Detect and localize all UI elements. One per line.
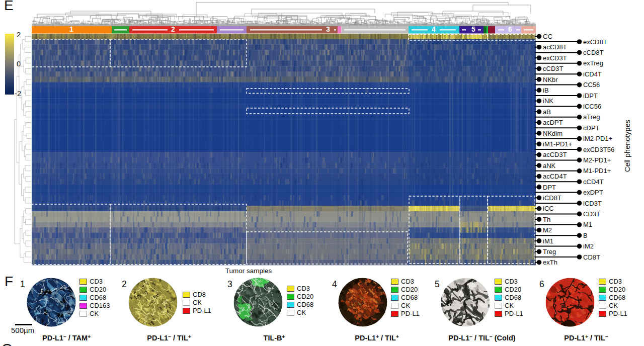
svg-text:aNK: aNK: [543, 162, 556, 169]
svg-text:iCD3T: iCD3T: [583, 200, 602, 207]
svg-text:iDPT: iDPT: [583, 92, 598, 100]
svg-text:NKbr: NKbr: [543, 76, 558, 83]
svg-text:Th: Th: [543, 216, 550, 223]
svg-text:iCD8T: iCD8T: [543, 194, 561, 202]
svg-text:6: 6: [539, 279, 544, 289]
svg-text:NKdim: NKdim: [543, 130, 562, 137]
svg-text:iM2-PD1+: iM2-PD1+: [583, 135, 612, 142]
svg-text:aB: aB: [543, 108, 551, 116]
svg-text:M2-PD1+: M2-PD1+: [583, 156, 611, 164]
svg-text:6: 6: [508, 25, 512, 33]
svg-text:exDPT: exDPT: [583, 189, 603, 196]
svg-text:CC: CC: [543, 33, 552, 40]
svg-text:M1-PD1+: M1-PD1+: [583, 167, 611, 175]
svg-text:3: 3: [227, 279, 232, 289]
svg-text:iNK: iNK: [543, 97, 553, 105]
svg-text:2: 2: [122, 279, 127, 289]
svg-text:-2: -2: [15, 89, 21, 98]
svg-text:B: B: [583, 232, 588, 239]
svg-text:cCD8T: cCD8T: [583, 49, 604, 56]
svg-text:1: 1: [20, 279, 25, 289]
svg-text:exTreg: exTreg: [583, 59, 603, 67]
svg-text:2: 2: [171, 25, 175, 33]
svg-text:DPT: DPT: [543, 184, 556, 191]
svg-text:iCD4T: iCD4T: [583, 70, 602, 78]
svg-text:cDPT: cDPT: [583, 124, 600, 132]
svg-text:acCD3T: acCD3T: [543, 151, 567, 158]
svg-text:aTreg: aTreg: [583, 113, 600, 121]
svg-text:F: F: [5, 274, 13, 289]
svg-text:4: 4: [332, 279, 337, 289]
svg-text:E: E: [4, 0, 14, 13]
svg-text:M2: M2: [543, 226, 552, 234]
svg-text:CD3T: CD3T: [583, 210, 600, 218]
svg-text:iM1: iM1: [543, 237, 553, 245]
svg-text:acCD4T: acCD4T: [543, 172, 567, 180]
svg-text:Cell phenotypes: Cell phenotypes: [623, 120, 631, 172]
svg-text:CC56: CC56: [583, 81, 600, 89]
svg-text:CD8T: CD8T: [583, 253, 600, 261]
svg-text:5: 5: [471, 25, 475, 33]
svg-text:0: 0: [17, 59, 21, 68]
svg-text:5: 5: [435, 279, 440, 289]
svg-text:2: 2: [17, 30, 21, 39]
svg-text:cCD4T: cCD4T: [583, 178, 604, 186]
svg-text:M1: M1: [583, 221, 592, 228]
svg-text:4: 4: [432, 25, 436, 33]
svg-text:iM2: iM2: [583, 242, 594, 250]
svg-text:Tumor samples: Tumor samples: [225, 267, 272, 275]
svg-text:acDPT: acDPT: [543, 119, 563, 126]
svg-text:acCD8T: acCD8T: [543, 43, 567, 51]
svg-text:iCC: iCC: [543, 205, 554, 212]
svg-text:exCD3T: exCD3T: [543, 54, 567, 62]
svg-text:1: 1: [69, 25, 73, 33]
svg-text:3: 3: [326, 25, 330, 33]
svg-text:iCC56: iCC56: [583, 103, 601, 110]
svg-text:cCD3T: cCD3T: [543, 65, 564, 72]
svg-text:exTh: exTh: [543, 258, 557, 266]
svg-text:exCD8T: exCD8T: [583, 38, 607, 46]
svg-text:iB: iB: [543, 86, 549, 94]
svg-text:exCD3T56: exCD3T56: [583, 146, 614, 153]
svg-text:iM1-PD1+: iM1-PD1+: [543, 140, 572, 148]
svg-text:Treg: Treg: [543, 248, 556, 255]
